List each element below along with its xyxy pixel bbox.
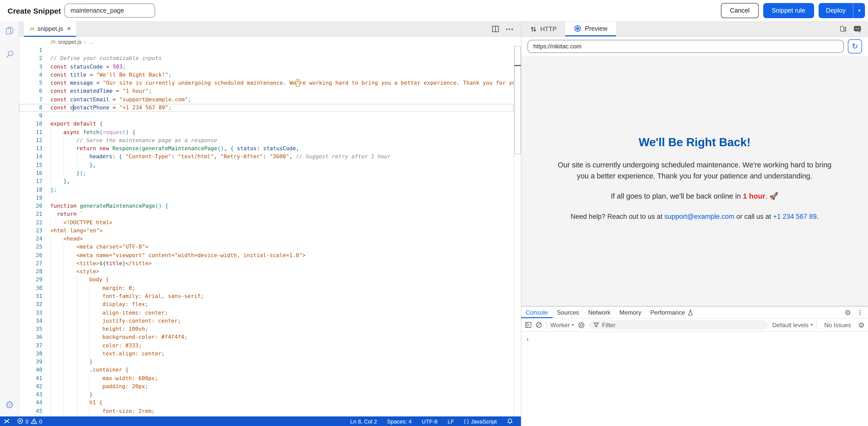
devtools-settings-gear-icon[interactable]: ⚙	[844, 308, 851, 316]
code-line[interactable]: 9	[19, 112, 521, 120]
code-line[interactable]: 18};	[19, 186, 521, 194]
code-line[interactable]: 5const message = "Our site is currently …	[19, 79, 521, 87]
language-mode[interactable]: { } JavaScript	[460, 418, 500, 424]
code-line[interactable]: 33align-items: center;	[19, 309, 521, 317]
breadcrumb-file[interactable]: snippet.js	[58, 38, 82, 45]
code-line[interactable]: 15},	[19, 161, 521, 169]
indent-guide	[63, 325, 76, 334]
snippet-rule-button[interactable]: Snippet rule	[763, 3, 814, 18]
code-line[interactable]: 24<head>	[19, 235, 521, 243]
code-editor[interactable]: 12// Define your customizable inputs3con…	[19, 47, 521, 417]
console-sidebar-icon[interactable]	[525, 322, 531, 328]
console-prompt[interactable]: ›	[521, 332, 868, 343]
default-levels-dropdown[interactable]: Default levels▾	[772, 321, 813, 329]
code-line[interactable]: 8const contactPhone = "+1 234 567 89";	[19, 104, 521, 112]
code-line[interactable]: 4const title = "We'll Be Right Back!";	[19, 71, 521, 79]
split-editor-icon[interactable]	[491, 25, 499, 33]
line-number: 3	[19, 63, 51, 71]
tab-sources[interactable]: Sources	[552, 307, 584, 318]
code-line[interactable]: 6const estimatedTime = "1 hour";	[19, 87, 521, 96]
refresh-button[interactable]: ↻	[848, 39, 862, 53]
code-line[interactable]: 37color: #333;	[19, 342, 521, 350]
support-email-link[interactable]: support@example.com	[664, 213, 735, 220]
eol-sequence[interactable]: LF	[444, 418, 458, 424]
url-input[interactable]	[527, 40, 844, 53]
cursor-position[interactable]: Ln 8, Col 2	[347, 418, 380, 424]
devtools-kebab-icon[interactable]: ⋮	[857, 309, 863, 316]
deploy-caret-icon[interactable]: ▾	[854, 8, 865, 13]
settings-gear-icon[interactable]: ⚙	[0, 395, 19, 415]
issues-counter[interactable]: No Issues	[821, 321, 854, 329]
docs-book-icon[interactable]	[839, 25, 847, 33]
console-filter-input[interactable]: Filter	[589, 320, 768, 330]
code-line[interactable]: 43}	[19, 391, 521, 399]
code-line[interactable]: 3const statusCode = 503;	[19, 63, 521, 71]
indentation[interactable]: Spaces: 4	[383, 418, 415, 424]
code-line[interactable]: 19	[19, 194, 521, 202]
code-line[interactable]: 14headers: { "Content-Type": "text/html"…	[19, 153, 521, 161]
problems-indicator[interactable]: 0 0	[13, 417, 46, 426]
breadcrumb-separator-icon: ›	[84, 38, 86, 45]
code-line[interactable]: 40.container {	[19, 366, 521, 375]
tab-snippet-js[interactable]: JS snippet.js ×	[24, 21, 76, 37]
code-line[interactable]: 45font-size: 2rem;	[19, 407, 521, 416]
breadcrumb-symbol[interactable]: …	[88, 38, 94, 45]
code-line[interactable]: 27<title>${title}</title>	[19, 260, 521, 268]
code-line[interactable]: 2// Define your customizable inputs	[19, 55, 521, 63]
deploy-button[interactable]: Deploy	[818, 7, 853, 14]
code-line[interactable]: 26<meta name="viewport" content="width=d…	[19, 251, 521, 260]
code-line[interactable]: 22<!DOCTYPE html>	[19, 219, 521, 227]
code-line[interactable]: 10export default {	[19, 120, 521, 129]
encoding[interactable]: UTF-8	[418, 418, 441, 424]
code-line[interactable]: 32display: flex;	[19, 301, 521, 309]
code-line[interactable]: 23<html lang="en">	[19, 227, 521, 235]
live-expression-eye-icon[interactable]	[578, 321, 585, 329]
tab-preview[interactable]: Preview	[565, 22, 616, 36]
search-icon[interactable]	[0, 45, 19, 63]
code-line[interactable]: 25<meta charset="UTF-8">	[19, 243, 521, 252]
breadcrumb[interactable]: JS snippet.js › …	[19, 37, 521, 47]
code-line[interactable]: 35height: 100vh;	[19, 325, 521, 334]
code-line[interactable]: 12// Serve the maintenance page as a res…	[19, 137, 521, 145]
console-settings-gear-icon[interactable]: ⚙	[858, 321, 865, 329]
code-line[interactable]: 41max-width: 600px;	[19, 374, 521, 382]
code-line[interactable]: 17},	[19, 178, 521, 186]
line-content: color: #333;	[51, 342, 521, 350]
editor-scrollbar[interactable]	[514, 47, 521, 417]
tab-network[interactable]: Network	[584, 307, 615, 318]
context-selector[interactable]: Worker▾	[550, 321, 574, 329]
tab-memory[interactable]: Memory	[615, 307, 646, 318]
code-line[interactable]: 13return new Response(generateMaintenanc…	[19, 145, 521, 153]
code-line[interactable]: 16});	[19, 169, 521, 178]
tab-console[interactable]: Console	[521, 307, 552, 318]
code-line[interactable]: 21 return `	[19, 210, 521, 219]
discord-chat-icon[interactable]	[854, 25, 862, 33]
cancel-button[interactable]: Cancel	[721, 3, 759, 18]
files-icon[interactable]	[0, 21, 19, 40]
tab-performance[interactable]: Performance	[646, 307, 698, 318]
code-line[interactable]: 31font-family: Arial, sans-serif;	[19, 292, 521, 301]
code-line[interactable]: 36background-color: #f4f4f4;	[19, 334, 521, 342]
code-line[interactable]: 20function generateMaintenancePage() {	[19, 202, 521, 210]
code-line[interactable]: 28<style>	[19, 268, 521, 276]
code-line[interactable]: 34justify-content: center;	[19, 317, 521, 325]
close-tab-icon[interactable]: ×	[67, 25, 71, 32]
code-line[interactable]: 29body {	[19, 276, 521, 284]
code-line[interactable]: 39}	[19, 358, 521, 366]
notifications-bell-icon[interactable]	[503, 418, 517, 425]
code-line[interactable]: 30margin: 0;	[19, 284, 521, 292]
code-line[interactable]: 1	[19, 47, 521, 55]
remote-indicator[interactable]	[0, 417, 13, 426]
code-line[interactable]: 11async fetch(request) {	[19, 128, 521, 137]
scrollbar-thumb[interactable]	[514, 47, 521, 154]
tab-http[interactable]: HTTP	[521, 22, 565, 36]
code-line[interactable]: 44h1 {	[19, 399, 521, 407]
snippet-name-input[interactable]	[64, 3, 155, 18]
deploy-split-button[interactable]: Deploy ▾	[818, 3, 865, 18]
clear-console-icon[interactable]	[535, 322, 542, 328]
code-line[interactable]: 38text-align: center;	[19, 350, 521, 358]
more-actions-icon[interactable]: ⋯	[505, 24, 514, 34]
code-line[interactable]: 7const contactEmail = "support@example.c…	[19, 95, 521, 104]
phone-link[interactable]: +1 234 567 89	[773, 213, 817, 220]
code-line[interactable]: 42padding: 20px;	[19, 382, 521, 391]
